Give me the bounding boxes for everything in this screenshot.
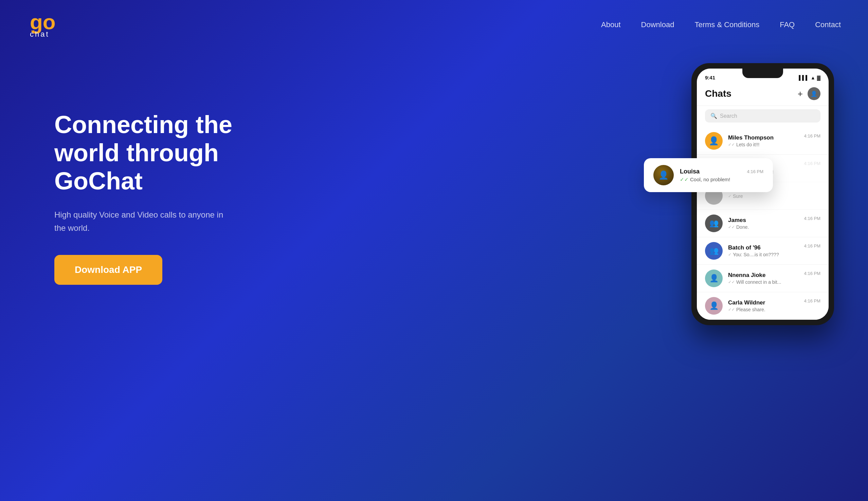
notif-content: Louisa 4:16 PM ✓✓ Cool, no problem! — [680, 168, 763, 183]
double-check-icon: ✓✓ — [680, 177, 689, 183]
add-chat-icon[interactable]: + — [798, 88, 803, 99]
chat-contact-name: Miles Thompson — [728, 135, 799, 141]
check-icon: ✓ — [728, 194, 731, 199]
chat-avatar: 👤 — [705, 132, 723, 150]
hero-title: Connecting the world through GoChat — [54, 111, 285, 195]
chat-info: Carla Wildner ✓✓ Please share. — [728, 299, 799, 312]
chat-contact-name: James — [728, 217, 799, 224]
chat-preview: ✓✓ Will connect in a bit... — [728, 279, 799, 285]
phone-screen: 9:41 ▌▌▌ ▲ ▓ Chats + 👤 — [697, 68, 829, 320]
status-time: 9:41 — [705, 73, 715, 81]
chat-contact-name: Carla Wildner — [728, 299, 799, 306]
check-icon: ✓✓ — [728, 307, 735, 312]
nav-about[interactable]: About — [601, 20, 621, 29]
logo: go chat — [27, 10, 71, 40]
chat-time: 4:16 PM — [804, 161, 821, 166]
hero-section: Connecting the world through GoChat High… — [0, 50, 868, 501]
chat-info: ✓ Sure — [728, 193, 821, 199]
download-app-button[interactable]: Download APP — [54, 255, 162, 285]
signal-icon: ▌▌▌ — [799, 75, 809, 81]
search-icon: 🔍 — [710, 113, 717, 119]
phone-mockup: 👤 Louisa 4:16 PM ✓✓ Cool, no problem! — [664, 63, 841, 325]
chat-contact-name: Batch of '96 — [728, 244, 799, 251]
chat-preview-text: Sure — [733, 193, 743, 199]
chat-preview: ✓✓ Done. — [728, 224, 799, 230]
chat-item[interactable]: 👤 Carla Wildner ✓✓ Please share. 4:16 PM — [697, 292, 829, 320]
chat-preview-text: Please share. — [736, 307, 765, 312]
chat-avatar: 👥 — [705, 214, 723, 232]
chat-time: 4:16 PM — [804, 216, 821, 221]
chat-header: Chats + 👤 — [697, 81, 829, 106]
notif-message: ✓✓ Cool, no problem! — [680, 177, 763, 183]
phone-notch — [742, 68, 783, 78]
chat-title: Chats — [705, 88, 731, 99]
check-icon: ✓✓ — [728, 280, 735, 285]
chat-time: 4:16 PM — [804, 243, 821, 248]
search-area: 🔍 Search — [697, 106, 829, 127]
wifi-icon: ▲ — [811, 75, 815, 81]
chat-preview: ✓ You: So....is it on???? — [728, 252, 799, 257]
main-nav: About Download Terms & Conditions FAQ Co… — [601, 20, 841, 29]
hero-subtitle: High quality Voice and Video calls to an… — [54, 209, 224, 235]
nav-terms[interactable]: Terms & Conditions — [695, 20, 759, 29]
check-icon: ✓✓ — [728, 225, 735, 230]
chat-preview: ✓ Sure — [728, 193, 821, 199]
svg-text:chat: chat — [30, 30, 50, 38]
chat-preview-text: You: So....is it on???? — [733, 252, 779, 257]
chat-info: Batch of '96 ✓ You: So....is it on???? — [728, 244, 799, 257]
notif-text: Cool, no problem! — [690, 177, 730, 182]
chat-avatar: 👥 — [705, 242, 723, 260]
nav-faq[interactable]: FAQ — [780, 20, 795, 29]
user-avatar-icon[interactable]: 👤 — [807, 87, 821, 100]
chat-time: 4:16 PM — [804, 134, 821, 138]
search-placeholder: Search — [720, 113, 737, 119]
notif-name: Louisa — [680, 168, 700, 175]
chat-avatar: 👤 — [705, 269, 723, 287]
header: go chat About Download Terms & Condition… — [0, 0, 868, 50]
notif-time: 4:16 PM — [747, 169, 763, 174]
chat-preview: ✓✓ Lets do it!!! — [728, 142, 799, 147]
chat-preview: ✓✓ Please share. — [728, 307, 799, 312]
phone-frame: 9:41 ▌▌▌ ▲ ▓ Chats + 👤 — [691, 63, 834, 325]
chat-item[interactable]: 👥 Batch of '96 ✓ You: So....is it on????… — [697, 237, 829, 265]
chat-item[interactable]: 👤 Miles Thompson ✓✓ Lets do it!!! 4:16 P… — [697, 127, 829, 155]
chat-header-icons: + 👤 — [798, 87, 821, 100]
chat-info: Miles Thompson ✓✓ Lets do it!!! — [728, 135, 799, 147]
check-icon: ✓ — [728, 252, 731, 257]
chat-preview-text: Done. — [736, 224, 749, 230]
hero-text-block: Connecting the world through GoChat High… — [54, 70, 285, 285]
chat-preview-text: Will connect in a bit... — [736, 279, 781, 285]
chat-time: 4:16 PM — [804, 271, 821, 276]
chat-preview-text: Lets do it!!! — [736, 142, 759, 147]
chat-info: Nnenna Jioke ✓✓ Will connect in a bit... — [728, 272, 799, 285]
check-icon: ✓✓ — [728, 142, 735, 147]
chat-contact-name: Nnenna Jioke — [728, 272, 799, 279]
nav-download[interactable]: Download — [641, 20, 675, 29]
chat-time: 4:16 PM — [804, 298, 821, 303]
chat-list: 👤 Miles Thompson ✓✓ Lets do it!!! 4:16 P… — [697, 127, 829, 320]
notif-avatar: 👤 — [653, 165, 674, 185]
chat-info: James ✓✓ Done. — [728, 217, 799, 230]
floating-notification: 👤 Louisa 4:16 PM ✓✓ Cool, no problem! — [644, 158, 773, 192]
chat-avatar: 👤 — [705, 297, 723, 315]
chat-item[interactable]: 👤 Nnenna Jioke ✓✓ Will connect in a bit.… — [697, 265, 829, 292]
status-icons: ▌▌▌ ▲ ▓ — [799, 73, 821, 81]
nav-contact[interactable]: Contact — [815, 20, 841, 29]
battery-icon: ▓ — [817, 75, 821, 81]
chat-item[interactable]: 👥 James ✓✓ Done. 4:16 PM — [697, 210, 829, 237]
logo-svg: go chat — [27, 10, 71, 40]
notif-header: Louisa 4:16 PM — [680, 168, 763, 175]
search-input[interactable]: 🔍 Search — [705, 109, 821, 122]
